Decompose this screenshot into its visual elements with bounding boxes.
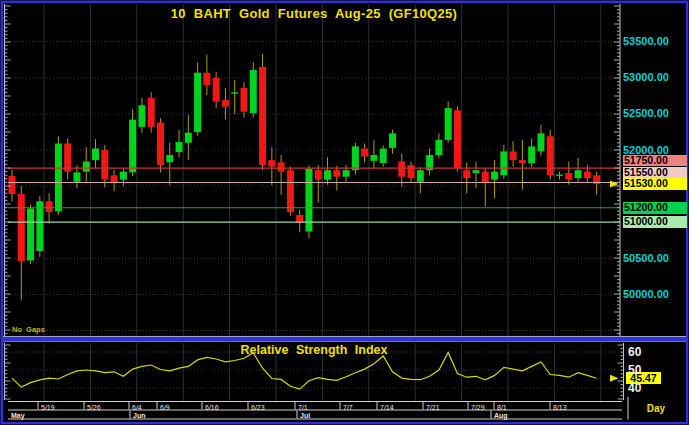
date-tick-label: 8/13 (553, 404, 567, 411)
date-tick-label: 7/1 (298, 404, 308, 411)
date-tick-label: 7/7 (343, 404, 353, 411)
price-marker-tag-last-price: 51530.00 (623, 178, 687, 190)
date-tick-label: 6/9 (160, 404, 170, 411)
rsi-axis-label: 50 (628, 364, 641, 376)
date-tick-label: 6/4 (132, 404, 142, 411)
price-marker-tag-support-line-1: 51200.00 (623, 202, 687, 214)
month-label: May (11, 412, 25, 419)
date-tick-label: 7/21 (426, 404, 440, 411)
month-label: Jul (300, 412, 310, 419)
month-label: Jun (133, 412, 145, 419)
date-tick-label: 6/16 (205, 404, 219, 411)
month-label: Aug (494, 412, 508, 419)
chart-canvas (0, 0, 689, 425)
date-tick-label: 5/26 (87, 404, 101, 411)
rsi-title: Relative Strength Index (8, 344, 620, 357)
price-axis-label: 52500.00 (623, 108, 669, 119)
periodicity-label: Day (630, 404, 682, 414)
price-axis-label: 50500.00 (623, 253, 669, 264)
date-tick-label: 6/23 (251, 404, 265, 411)
date-tick-label: 7/14 (380, 404, 394, 411)
no-gaps-label: No Gaps (12, 326, 45, 334)
price-axis-label: 53000.00 (623, 72, 669, 83)
chart-title: 10 BAHT Gold Futures Aug-25 (GF10Q25) (8, 7, 620, 20)
date-tick-label: 5/19 (41, 404, 55, 411)
price-marker-tag-support-line-2: 51000.00 (623, 216, 687, 228)
price-axis-label: 50000.00 (623, 289, 669, 300)
date-tick-label: 7/29 (471, 404, 485, 411)
rsi-axis-label: 40 (628, 382, 641, 394)
date-axis (8, 397, 628, 420)
chart-window: 10 BAHT Gold Futures Aug-25 (GF10Q25) Re… (0, 0, 689, 425)
price-marker-tag-resistance-line-1: 51750.00 (623, 155, 687, 167)
date-tick-label: 8/1 (497, 404, 507, 411)
main-plot-area[interactable] (8, 4, 620, 336)
rsi-axis-label: 60 (628, 346, 641, 358)
price-axis-label: 53500.00 (623, 36, 669, 47)
